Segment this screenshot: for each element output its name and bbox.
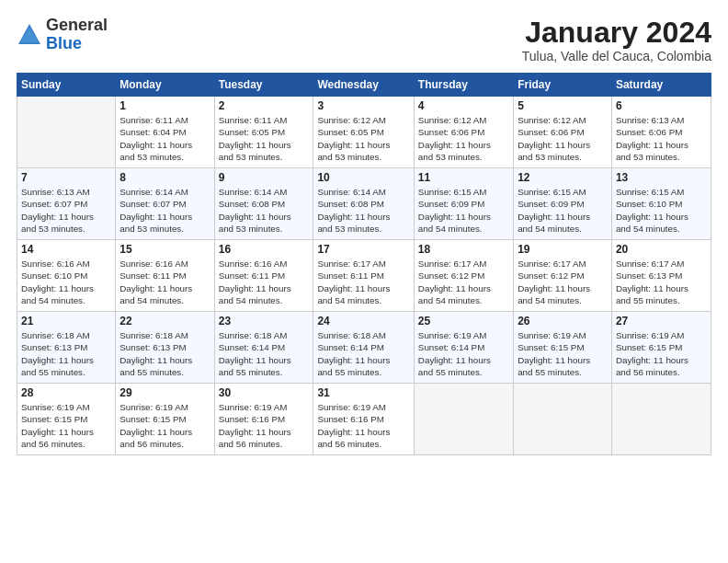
logo: General Blue: [17, 17, 108, 53]
calendar-cell: 19Sunrise: 6:17 AMSunset: 6:12 PMDayligh…: [514, 240, 612, 312]
week-row-5: 28Sunrise: 6:19 AMSunset: 6:15 PMDayligh…: [17, 384, 711, 455]
day-info: Sunrise: 6:12 AMSunset: 6:06 PMDaylight:…: [418, 114, 509, 163]
day-number: 2: [219, 99, 310, 112]
calendar-cell: 11Sunrise: 6:15 AMSunset: 6:09 PMDayligh…: [414, 168, 513, 240]
calendar-cell: 20Sunrise: 6:17 AMSunset: 6:13 PMDayligh…: [611, 240, 711, 312]
calendar-cell: 15Sunrise: 6:16 AMSunset: 6:11 PMDayligh…: [116, 240, 214, 312]
month-title: January 2024: [522, 17, 711, 49]
week-row-4: 21Sunrise: 6:18 AMSunset: 6:13 PMDayligh…: [17, 312, 711, 384]
day-number: 30: [219, 386, 310, 399]
week-row-3: 14Sunrise: 6:16 AMSunset: 6:10 PMDayligh…: [17, 240, 711, 312]
calendar-cell: 27Sunrise: 6:19 AMSunset: 6:15 PMDayligh…: [611, 312, 711, 384]
day-number: 11: [418, 171, 509, 184]
weekday-header-row: SundayMondayTuesdayWednesdayThursdayFrid…: [17, 74, 711, 97]
day-number: 26: [518, 315, 608, 327]
svg-marker-1: [20, 28, 39, 42]
day-info: Sunrise: 6:15 AMSunset: 6:09 PMDaylight:…: [418, 186, 509, 235]
calendar-cell: 25Sunrise: 6:19 AMSunset: 6:14 PMDayligh…: [414, 312, 513, 384]
weekday-header-thursday: Thursday: [414, 74, 513, 97]
logo-blue: Blue: [46, 34, 82, 52]
weekday-header-saturday: Saturday: [611, 74, 711, 97]
weekday-header-monday: Monday: [116, 74, 214, 97]
day-number: 10: [317, 171, 409, 184]
day-info: Sunrise: 6:16 AMSunset: 6:11 PMDaylight:…: [219, 258, 310, 306]
day-info: Sunrise: 6:17 AMSunset: 6:13 PMDaylight:…: [616, 258, 707, 306]
day-info: Sunrise: 6:19 AMSunset: 6:15 PMDaylight:…: [21, 401, 111, 450]
calendar-cell: 8Sunrise: 6:14 AMSunset: 6:07 PMDaylight…: [116, 168, 214, 240]
week-row-1: 1Sunrise: 6:11 AMSunset: 6:04 PMDaylight…: [17, 97, 711, 168]
day-info: Sunrise: 6:12 AMSunset: 6:06 PMDaylight:…: [518, 114, 608, 163]
day-number: 14: [21, 243, 111, 256]
day-info: Sunrise: 6:12 AMSunset: 6:05 PMDaylight:…: [317, 114, 409, 163]
page-header: General Blue January 2024 Tulua, Valle d…: [17, 17, 711, 63]
day-number: 31: [317, 386, 409, 399]
day-info: Sunrise: 6:19 AMSunset: 6:16 PMDaylight:…: [317, 401, 409, 450]
day-info: Sunrise: 6:19 AMSunset: 6:15 PMDaylight:…: [518, 329, 608, 378]
calendar-cell: 17Sunrise: 6:17 AMSunset: 6:11 PMDayligh…: [313, 240, 414, 312]
day-info: Sunrise: 6:11 AMSunset: 6:05 PMDaylight:…: [219, 114, 310, 163]
day-info: Sunrise: 6:16 AMSunset: 6:10 PMDaylight:…: [21, 258, 111, 306]
calendar-cell: 3Sunrise: 6:12 AMSunset: 6:05 PMDaylight…: [313, 97, 414, 168]
calendar-cell: 5Sunrise: 6:12 AMSunset: 6:06 PMDaylight…: [514, 97, 612, 168]
day-info: Sunrise: 6:13 AMSunset: 6:07 PMDaylight:…: [21, 186, 111, 235]
weekday-header-tuesday: Tuesday: [214, 74, 313, 97]
day-number: 28: [21, 386, 111, 399]
day-info: Sunrise: 6:15 AMSunset: 6:10 PMDaylight:…: [616, 186, 707, 235]
day-info: Sunrise: 6:14 AMSunset: 6:08 PMDaylight:…: [219, 186, 310, 235]
day-number: 7: [21, 171, 111, 184]
day-number: 3: [317, 99, 409, 112]
day-number: 16: [219, 243, 310, 256]
day-info: Sunrise: 6:17 AMSunset: 6:12 PMDaylight:…: [418, 258, 509, 306]
calendar-cell: 10Sunrise: 6:14 AMSunset: 6:08 PMDayligh…: [313, 168, 414, 240]
day-number: 25: [418, 315, 509, 327]
day-info: Sunrise: 6:18 AMSunset: 6:14 PMDaylight:…: [219, 329, 310, 378]
calendar-cell: 28Sunrise: 6:19 AMSunset: 6:15 PMDayligh…: [17, 384, 116, 455]
day-number: 20: [616, 243, 707, 256]
calendar-cell: [514, 384, 612, 455]
day-number: 22: [119, 315, 210, 327]
calendar-cell: 18Sunrise: 6:17 AMSunset: 6:12 PMDayligh…: [414, 240, 513, 312]
calendar-cell: 14Sunrise: 6:16 AMSunset: 6:10 PMDayligh…: [17, 240, 116, 312]
calendar-cell: [611, 384, 711, 455]
calendar-cell: 7Sunrise: 6:13 AMSunset: 6:07 PMDaylight…: [17, 168, 116, 240]
day-number: 24: [317, 315, 409, 327]
weekday-header-sunday: Sunday: [17, 74, 116, 97]
weekday-header-friday: Friday: [514, 74, 612, 97]
title-block: January 2024 Tulua, Valle del Cauca, Col…: [522, 17, 711, 63]
calendar-cell: [17, 97, 116, 168]
calendar-cell: 31Sunrise: 6:19 AMSunset: 6:16 PMDayligh…: [313, 384, 414, 455]
calendar-table: SundayMondayTuesdayWednesdayThursdayFrid…: [17, 73, 711, 455]
day-number: 4: [418, 99, 509, 112]
logo-general: General: [46, 16, 108, 34]
calendar-cell: 2Sunrise: 6:11 AMSunset: 6:05 PMDaylight…: [214, 97, 313, 168]
day-number: 21: [21, 315, 111, 327]
calendar-cell: 22Sunrise: 6:18 AMSunset: 6:13 PMDayligh…: [116, 312, 214, 384]
calendar-cell: [414, 384, 513, 455]
calendar-cell: 12Sunrise: 6:15 AMSunset: 6:09 PMDayligh…: [514, 168, 612, 240]
day-number: 15: [119, 243, 210, 256]
day-number: 13: [616, 171, 707, 184]
calendar-cell: 4Sunrise: 6:12 AMSunset: 6:06 PMDaylight…: [414, 97, 513, 168]
calendar-cell: 13Sunrise: 6:15 AMSunset: 6:10 PMDayligh…: [611, 168, 711, 240]
day-info: Sunrise: 6:14 AMSunset: 6:08 PMDaylight:…: [317, 186, 409, 235]
day-info: Sunrise: 6:19 AMSunset: 6:15 PMDaylight:…: [616, 329, 707, 378]
day-info: Sunrise: 6:17 AMSunset: 6:12 PMDaylight:…: [518, 258, 608, 306]
day-info: Sunrise: 6:19 AMSunset: 6:15 PMDaylight:…: [119, 401, 210, 450]
weekday-header-wednesday: Wednesday: [313, 74, 414, 97]
day-info: Sunrise: 6:18 AMSunset: 6:13 PMDaylight:…: [119, 329, 210, 378]
calendar-cell: 23Sunrise: 6:18 AMSunset: 6:14 PMDayligh…: [214, 312, 313, 384]
day-info: Sunrise: 6:13 AMSunset: 6:06 PMDaylight:…: [616, 114, 707, 163]
logo-icon: [17, 22, 42, 48]
day-number: 9: [219, 171, 310, 184]
calendar-cell: 26Sunrise: 6:19 AMSunset: 6:15 PMDayligh…: [514, 312, 612, 384]
calendar-cell: 6Sunrise: 6:13 AMSunset: 6:06 PMDaylight…: [611, 97, 711, 168]
day-info: Sunrise: 6:16 AMSunset: 6:11 PMDaylight:…: [119, 258, 210, 306]
day-number: 29: [119, 386, 210, 399]
day-info: Sunrise: 6:11 AMSunset: 6:04 PMDaylight:…: [119, 114, 210, 163]
location-subtitle: Tulua, Valle del Cauca, Colombia: [522, 49, 711, 63]
calendar-cell: 16Sunrise: 6:16 AMSunset: 6:11 PMDayligh…: [214, 240, 313, 312]
day-info: Sunrise: 6:19 AMSunset: 6:14 PMDaylight:…: [418, 329, 509, 378]
calendar-cell: 9Sunrise: 6:14 AMSunset: 6:08 PMDaylight…: [214, 168, 313, 240]
day-info: Sunrise: 6:18 AMSunset: 6:13 PMDaylight:…: [21, 329, 111, 378]
calendar-cell: 1Sunrise: 6:11 AMSunset: 6:04 PMDaylight…: [116, 97, 214, 168]
